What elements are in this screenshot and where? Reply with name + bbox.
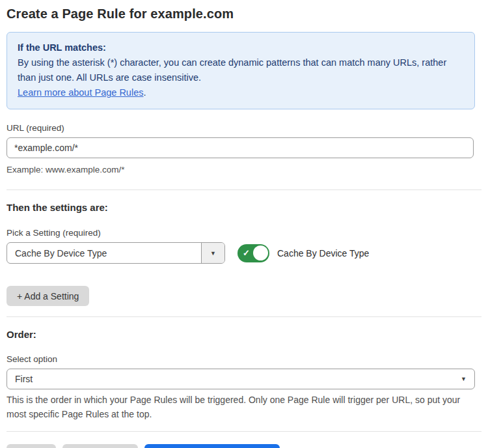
save-as-draft-button[interactable]: Save as Draft (62, 444, 139, 448)
url-field-label: URL (required) (7, 123, 481, 133)
settings-section-heading: Then the settings are: (7, 202, 481, 213)
save-and-deploy-button[interactable]: Save and Deploy Page Rule (144, 444, 280, 448)
cancel-button[interactable]: Cancel (7, 444, 56, 448)
learn-more-link[interactable]: Learn more about Page Rules (18, 87, 143, 98)
setting-combobox-arrow-button[interactable]: ▼ (201, 243, 224, 263)
page-title: Create a Page Rule for example.com (7, 7, 481, 21)
setting-picker-label: Pick a Setting (required) (7, 228, 481, 238)
setting-combobox-value: Cache By Device Type (7, 243, 201, 263)
setting-combobox[interactable]: Cache By Device Type ▼ (7, 242, 225, 264)
add-setting-button[interactable]: + Add a Setting (7, 286, 89, 306)
cache-by-device-type-toggle[interactable]: ✓ (237, 244, 269, 262)
divider (7, 316, 481, 317)
info-banner-body: By using the asterisk (*) character, you… (18, 55, 464, 85)
divider (7, 431, 481, 432)
order-section-heading: Order: (7, 329, 481, 340)
divider (7, 189, 481, 190)
setting-row: Cache By Device Type ▼ ✓ Cache By Device… (7, 242, 481, 264)
footer-button-row: Cancel Save as Draft Save and Deploy Pag… (7, 444, 481, 448)
url-match-info-banner: If the URL matches: By using the asteris… (7, 32, 475, 109)
order-select-label: Select option (7, 354, 481, 364)
info-banner-link-row: Learn more about Page Rules. (18, 85, 464, 100)
link-suffix: . (143, 87, 146, 98)
url-field-helper: Example: www.example.com/* (7, 163, 481, 176)
info-banner-heading: If the URL matches: (18, 40, 464, 55)
toggle-label: Cache By Device Type (277, 248, 369, 259)
chevron-down-icon: ▼ (210, 250, 216, 257)
check-icon: ✓ (243, 248, 250, 258)
toggle-knob (253, 245, 268, 260)
order-helper-text: This is the order in which your Page Rul… (7, 393, 470, 421)
order-select-value: First (15, 374, 33, 384)
chevron-down-icon: ▼ (461, 376, 467, 382)
url-input[interactable] (7, 137, 474, 158)
order-select[interactable]: First ▼ (7, 369, 475, 389)
